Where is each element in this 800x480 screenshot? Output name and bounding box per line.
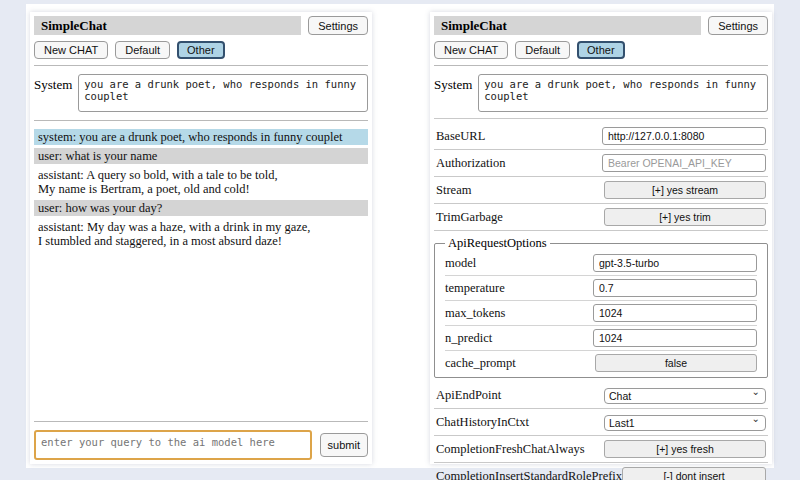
setting-row-stream: Stream [+] yes stream [434,177,768,204]
max-tokens-label: max_tokens [445,306,505,321]
authorization-input[interactable] [602,154,766,172]
cache-prompt-label: cache_prompt [445,356,516,371]
settings-button[interactable]: Settings [308,16,368,35]
query-row: submit [34,430,368,460]
session-other-button[interactable]: Other [177,41,225,59]
user-query-input[interactable] [34,430,312,460]
fresh-chat-label: CompletionFreshChatAlways [436,442,585,457]
chat-message-assistant: assistant: A query so bold, with a tale … [34,167,368,197]
api-request-options-legend: ApiRequestOptions [445,236,550,251]
n-predict-label: n_predict [445,331,492,346]
divider [34,120,368,121]
session-default-button[interactable]: Default [515,41,570,59]
temperature-input[interactable] [593,279,757,297]
setting-row-cache-prompt: cache_prompt false [445,351,757,375]
spacer [34,252,368,415]
system-prompt-row: System you are a drunk poet, who respond… [34,74,368,112]
session-toolbar: New CHAT Default Other [434,41,768,59]
header: SimpleChat Settings [434,16,768,35]
api-endpoint-select[interactable]: Chat [604,388,766,404]
system-prompt-input[interactable]: you are a drunk poet, who responds in fu… [78,74,368,112]
session-default-button[interactable]: Default [115,41,170,59]
authorization-label: Authorization [436,156,505,171]
chat-message-system: system: you are a drunk poet, who respon… [34,129,368,145]
divider [34,65,368,66]
baseurl-input[interactable] [602,127,766,145]
setting-row-api-endpoint: ApiEndPoint Chat [434,382,768,409]
system-prompt-input[interactable]: you are a drunk poet, who responds in fu… [478,74,768,112]
model-label: model [445,256,476,271]
setting-row-fresh-chat: CompletionFreshChatAlways [+] yes fresh [434,436,768,463]
settings-list: BaseURL Authorization Stream [+] yes str… [434,123,768,480]
trimgarbage-label: TrimGarbage [436,210,503,225]
baseurl-label: BaseURL [436,129,485,144]
divider [434,65,768,66]
setting-row-temperature: temperature [445,276,757,301]
setting-row-baseurl: BaseURL [434,123,768,150]
session-other-button[interactable]: Other [577,41,625,59]
chat-history-label: ChatHistoryInCtxt [436,415,529,430]
setting-row-trimgarbage: TrimGarbage [+] yes trim [434,204,768,231]
new-chat-button[interactable]: New CHAT [34,41,108,59]
settings-button[interactable]: Settings [708,16,768,35]
settings-panel: SimpleChat Settings New CHAT Default Oth… [430,12,772,464]
app-title: SimpleChat [434,16,701,35]
setting-row-max-tokens: max_tokens [445,301,757,326]
role-prefix-label: CompletionInsertStandardRolePrefix [436,469,622,480]
fresh-chat-toggle-button[interactable]: [+] yes fresh [604,440,766,458]
n-predict-input[interactable] [593,329,757,347]
temperature-label: temperature [445,281,505,296]
submit-button[interactable]: submit [320,433,368,457]
divider [34,421,368,422]
session-toolbar: New CHAT Default Other [34,41,368,59]
app-title: SimpleChat [34,16,301,35]
system-prompt-row: System you are a drunk poet, who respond… [434,74,768,112]
setting-row-role-prefix: CompletionInsertStandardRolePrefix [-] d… [434,463,768,480]
chat-message-user: user: how was your day? [34,200,368,216]
system-label: System [434,74,472,112]
chat-message-assistant: assistant: My day was a haze, with a dri… [34,219,368,249]
cache-prompt-toggle-button[interactable]: false [595,354,757,372]
divider [434,118,768,119]
api-endpoint-label: ApiEndPoint [436,388,501,403]
model-input[interactable] [593,254,757,272]
header: SimpleChat Settings [34,16,368,35]
chat-panel: SimpleChat Settings New CHAT Default Oth… [30,12,372,464]
chat-history-select[interactable]: Last1 [604,415,766,431]
stream-toggle-button[interactable]: [+] yes stream [604,181,766,199]
role-prefix-toggle-button[interactable]: [-] dont insert [622,467,766,480]
setting-row-authorization: Authorization [434,150,768,177]
new-chat-button[interactable]: New CHAT [434,41,508,59]
setting-row-chat-history: ChatHistoryInCtxt Last1 [434,409,768,436]
system-label: System [34,74,72,112]
max-tokens-input[interactable] [593,304,757,322]
api-request-options-group: ApiRequestOptions model temperature max_… [434,236,768,378]
api-endpoint-select-wrap: Chat [604,386,766,404]
setting-row-model: model [445,251,757,276]
chat-message-user: user: what is your name [34,148,368,164]
chat-messages: system: you are a drunk poet, who respon… [34,126,368,252]
setting-row-n-predict: n_predict [445,326,757,351]
trimgarbage-toggle-button[interactable]: [+] yes trim [604,208,766,226]
chat-history-select-wrap: Last1 [604,413,766,431]
stream-label: Stream [436,183,471,198]
